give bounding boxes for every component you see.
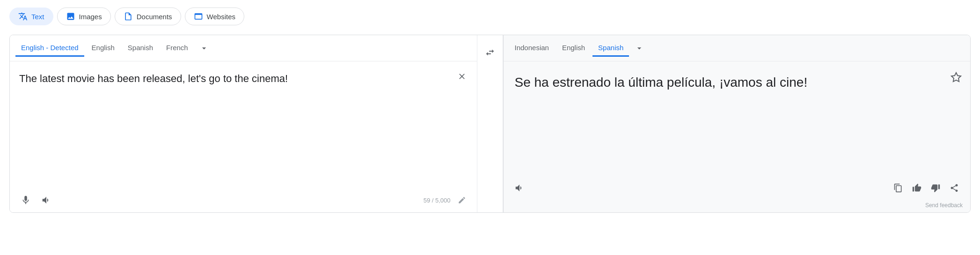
target-lang-bar: Indonesian English Spanish — [504, 35, 971, 61]
target-lang-more[interactable] — [631, 40, 648, 57]
app-container: Text Images Documents Websites — [0, 0, 980, 255]
source-lang-french[interactable]: French — [161, 40, 194, 57]
share-button[interactable] — [946, 180, 963, 196]
clear-button[interactable] — [454, 69, 469, 84]
mic-button[interactable] — [17, 192, 34, 209]
images-icon — [66, 12, 75, 21]
thumbs-down-button[interactable] — [927, 180, 944, 196]
source-lang-detected[interactable]: English - Detected — [15, 40, 84, 57]
target-lang-indonesian[interactable]: Indonesian — [509, 40, 555, 57]
top-tabs: Text Images Documents Websites — [9, 8, 971, 25]
tab-images[interactable]: Images — [57, 8, 111, 25]
target-lang-spanish[interactable]: Spanish — [592, 40, 629, 57]
volume-source-button[interactable] — [38, 192, 55, 209]
feedback-text: Send feedback — [504, 200, 971, 212]
source-pane: English - Detected English Spanish Frenc… — [10, 35, 477, 212]
target-bottom-bar — [504, 176, 971, 200]
target-pane: Indonesian English Spanish Se ha estrena… — [503, 35, 971, 212]
websites-icon — [194, 12, 203, 21]
send-feedback-label: Send feedback — [925, 202, 963, 209]
target-action-icons — [890, 180, 963, 196]
source-lang-english[interactable]: English — [86, 40, 120, 57]
tab-documents[interactable]: Documents — [115, 8, 181, 25]
tab-websites[interactable]: Websites — [185, 8, 244, 25]
documents-icon — [124, 12, 133, 21]
edit-button[interactable] — [454, 193, 469, 208]
source-lang-bar: English - Detected English Spanish Frenc… — [10, 35, 477, 61]
target-text-area: Se ha estrenado la última película, ¡vam… — [504, 61, 971, 176]
tab-images-label: Images — [79, 13, 102, 21]
swap-languages-button[interactable] — [481, 44, 499, 61]
volume-target-button[interactable] — [511, 180, 528, 196]
translated-text: Se ha estrenado la última película, ¡vam… — [515, 73, 946, 92]
tab-documents-label: Documents — [137, 13, 172, 21]
char-count: 59 / 5,000 — [424, 197, 451, 204]
target-lang-english[interactable]: English — [556, 40, 591, 57]
source-bottom-bar: 59 / 5,000 — [10, 188, 477, 212]
source-lang-more[interactable] — [196, 40, 212, 57]
source-lang-spanish[interactable]: Spanish — [122, 40, 159, 57]
thumbs-up-button[interactable] — [908, 180, 925, 196]
star-button[interactable] — [948, 69, 965, 86]
tab-text[interactable]: Text — [9, 8, 53, 25]
source-text-area: The latest movie has been released, let'… — [10, 61, 477, 188]
text-icon — [18, 12, 28, 21]
source-input[interactable]: The latest movie has been released, let'… — [19, 71, 453, 148]
tab-text-label: Text — [31, 13, 44, 21]
tab-websites-label: Websites — [207, 13, 235, 21]
copy-button[interactable] — [890, 180, 907, 196]
